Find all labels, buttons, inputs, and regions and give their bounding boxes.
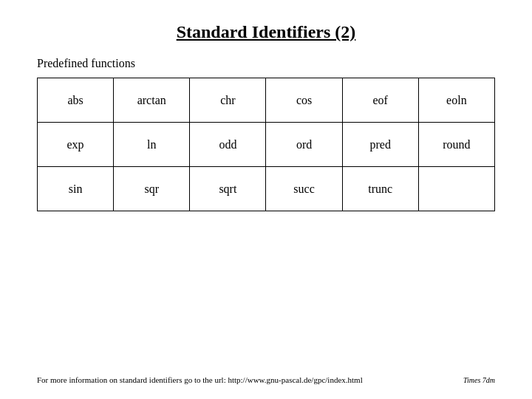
table-row: absarctanchrcoseofeoln: [38, 78, 495, 123]
table-row: sinsqrsqrtsucctrunc: [38, 167, 495, 211]
page-title: Standard Identifiers (2): [37, 22, 495, 42]
section-subtitle: Predefined functions: [37, 57, 495, 70]
table-row: explnoddordpredround: [38, 123, 495, 167]
table-cell: cos: [266, 78, 342, 123]
table-cell: eof: [342, 78, 418, 123]
footer-right-text: Times 7dm: [463, 376, 495, 384]
footer-left-text: For more information on standard identif…: [37, 375, 363, 384]
table-cell: arctan: [114, 78, 190, 123]
table-cell: pred: [342, 123, 418, 167]
table-cell: [418, 167, 494, 211]
table-cell: abs: [38, 78, 114, 123]
table-cell: exp: [38, 123, 114, 167]
table-cell: round: [418, 123, 494, 167]
table-cell: trunc: [342, 167, 418, 211]
table-cell: ord: [266, 123, 342, 167]
page: Standard Identifiers (2) Predefined func…: [0, 0, 532, 399]
identifiers-table: absarctanchrcoseofeolnexplnoddordpredrou…: [37, 78, 495, 211]
table-cell: succ: [266, 167, 342, 211]
table-cell: eoln: [418, 78, 494, 123]
table-cell: odd: [190, 123, 266, 167]
table-cell: ln: [114, 123, 190, 167]
footer: For more information on standard identif…: [37, 375, 495, 384]
table-cell: sqrt: [190, 167, 266, 211]
table-cell: sqr: [114, 167, 190, 211]
table-cell: sin: [38, 167, 114, 211]
table-cell: chr: [190, 78, 266, 123]
